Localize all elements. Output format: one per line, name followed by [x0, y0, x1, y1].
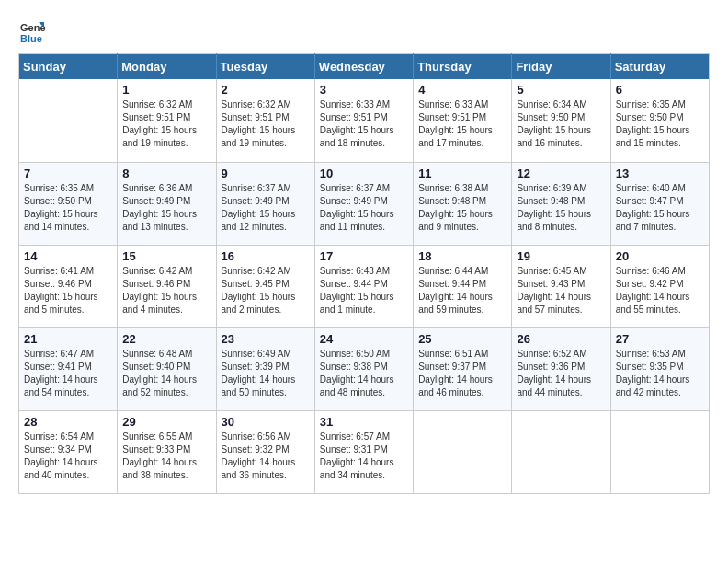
day-header-tuesday: Tuesday [216, 54, 314, 80]
day-info: Sunrise: 6:38 AM Sunset: 9:48 PM Dayligh… [418, 182, 506, 234]
day-header-monday: Monday [118, 54, 216, 80]
day-number: 14 [24, 249, 112, 263]
day-number: 31 [320, 415, 408, 429]
calendar-cell: 6Sunrise: 6:35 AM Sunset: 9:50 PM Daylig… [610, 79, 709, 162]
day-info: Sunrise: 6:44 AM Sunset: 9:44 PM Dayligh… [418, 265, 506, 316]
day-info: Sunrise: 6:34 AM Sunset: 9:50 PM Dayligh… [517, 98, 605, 150]
day-number: 24 [320, 332, 408, 346]
day-number: 4 [418, 83, 506, 97]
week-row-3: 14Sunrise: 6:41 AM Sunset: 9:46 PM Dayli… [19, 245, 710, 327]
day-info: Sunrise: 6:52 AM Sunset: 9:36 PM Dayligh… [517, 348, 605, 399]
day-number: 7 [24, 167, 112, 180]
calendar-cell: 10Sunrise: 6:37 AM Sunset: 9:49 PM Dayli… [314, 162, 413, 245]
week-row-4: 21Sunrise: 6:47 AM Sunset: 9:41 PM Dayli… [19, 327, 710, 410]
day-info: Sunrise: 6:33 AM Sunset: 9:51 PM Dayligh… [418, 98, 506, 150]
day-number: 5 [517, 83, 605, 97]
calendar-cell: 29Sunrise: 6:55 AM Sunset: 9:33 PM Dayli… [118, 410, 216, 493]
day-info: Sunrise: 6:57 AM Sunset: 9:31 PM Dayligh… [320, 431, 408, 482]
calendar-cell: 11Sunrise: 6:38 AM Sunset: 9:48 PM Dayli… [414, 162, 512, 245]
calendar-cell: 30Sunrise: 6:56 AM Sunset: 9:32 PM Dayli… [216, 410, 314, 493]
day-number: 30 [222, 415, 310, 429]
day-number: 15 [122, 249, 210, 263]
day-info: Sunrise: 6:33 AM Sunset: 9:51 PM Dayligh… [320, 98, 408, 150]
week-row-5: 28Sunrise: 6:54 AM Sunset: 9:34 PM Dayli… [19, 410, 710, 493]
calendar-cell: 17Sunrise: 6:43 AM Sunset: 9:44 PM Dayli… [314, 245, 413, 327]
day-info: Sunrise: 6:35 AM Sunset: 9:50 PM Dayligh… [616, 98, 704, 150]
calendar-cell: 21Sunrise: 6:47 AM Sunset: 9:41 PM Dayli… [19, 327, 118, 410]
day-info: Sunrise: 6:51 AM Sunset: 9:37 PM Dayligh… [418, 348, 506, 399]
day-number: 16 [222, 249, 310, 263]
calendar-cell [512, 410, 610, 493]
days-header-row: SundayMondayTuesdayWednesdayThursdayFrid… [19, 54, 710, 80]
day-info: Sunrise: 6:35 AM Sunset: 9:50 PM Dayligh… [24, 182, 112, 234]
day-info: Sunrise: 6:43 AM Sunset: 9:44 PM Dayligh… [320, 265, 408, 316]
calendar-cell: 5Sunrise: 6:34 AM Sunset: 9:50 PM Daylig… [512, 79, 610, 162]
calendar-cell: 3Sunrise: 6:33 AM Sunset: 9:51 PM Daylig… [314, 79, 413, 162]
day-number: 27 [616, 332, 704, 346]
calendar-cell [414, 410, 512, 493]
day-number: 22 [122, 332, 210, 346]
day-number: 21 [24, 332, 112, 346]
day-number: 20 [616, 249, 704, 263]
day-info: Sunrise: 6:45 AM Sunset: 9:43 PM Dayligh… [517, 265, 605, 316]
day-header-sunday: Sunday [19, 54, 118, 80]
day-number: 10 [320, 167, 408, 180]
day-number: 12 [517, 167, 605, 180]
day-number: 26 [517, 332, 605, 346]
day-info: Sunrise: 6:48 AM Sunset: 9:40 PM Dayligh… [122, 348, 210, 399]
calendar-cell: 20Sunrise: 6:46 AM Sunset: 9:42 PM Dayli… [610, 245, 709, 327]
day-number: 6 [616, 83, 704, 97]
day-info: Sunrise: 6:56 AM Sunset: 9:32 PM Dayligh… [222, 431, 310, 482]
week-row-2: 7Sunrise: 6:35 AM Sunset: 9:50 PM Daylig… [19, 162, 710, 245]
calendar-cell: 13Sunrise: 6:40 AM Sunset: 9:47 PM Dayli… [610, 162, 709, 245]
day-number: 1 [122, 83, 210, 97]
day-info: Sunrise: 6:53 AM Sunset: 9:35 PM Dayligh… [616, 348, 704, 399]
day-info: Sunrise: 6:37 AM Sunset: 9:49 PM Dayligh… [222, 182, 310, 234]
calendar-cell: 14Sunrise: 6:41 AM Sunset: 9:46 PM Dayli… [19, 245, 118, 327]
calendar-cell: 24Sunrise: 6:50 AM Sunset: 9:38 PM Dayli… [314, 327, 413, 410]
day-header-saturday: Saturday [610, 54, 709, 80]
day-number: 2 [222, 83, 310, 97]
day-info: Sunrise: 6:40 AM Sunset: 9:47 PM Dayligh… [616, 182, 704, 234]
day-info: Sunrise: 6:32 AM Sunset: 9:51 PM Dayligh… [122, 98, 210, 150]
day-number: 11 [418, 167, 506, 180]
day-info: Sunrise: 6:32 AM Sunset: 9:51 PM Dayligh… [222, 98, 310, 150]
calendar-cell: 23Sunrise: 6:49 AM Sunset: 9:39 PM Dayli… [216, 327, 314, 410]
calendar-cell: 16Sunrise: 6:42 AM Sunset: 9:45 PM Dayli… [216, 245, 314, 327]
calendar-cell: 9Sunrise: 6:37 AM Sunset: 9:49 PM Daylig… [216, 162, 314, 245]
day-number: 18 [418, 249, 506, 263]
calendar-cell: 27Sunrise: 6:53 AM Sunset: 9:35 PM Dayli… [610, 327, 709, 410]
calendar-cell: 1Sunrise: 6:32 AM Sunset: 9:51 PM Daylig… [118, 79, 216, 162]
day-info: Sunrise: 6:55 AM Sunset: 9:33 PM Dayligh… [122, 431, 210, 482]
calendar-cell [19, 79, 118, 162]
day-number: 9 [222, 167, 310, 180]
day-number: 19 [517, 249, 605, 263]
day-info: Sunrise: 6:46 AM Sunset: 9:42 PM Dayligh… [616, 265, 704, 316]
calendar-cell: 25Sunrise: 6:51 AM Sunset: 9:37 PM Dayli… [414, 327, 512, 410]
day-info: Sunrise: 6:42 AM Sunset: 9:46 PM Dayligh… [122, 265, 210, 316]
calendar-cell: 12Sunrise: 6:39 AM Sunset: 9:48 PM Dayli… [512, 162, 610, 245]
calendar-cell: 8Sunrise: 6:36 AM Sunset: 9:49 PM Daylig… [118, 162, 216, 245]
day-number: 25 [418, 332, 506, 346]
logo-icon: General Blue [18, 18, 46, 46]
day-info: Sunrise: 6:36 AM Sunset: 9:49 PM Dayligh… [122, 182, 210, 234]
day-number: 13 [616, 167, 704, 180]
day-header-friday: Friday [512, 54, 610, 80]
header: General Blue [18, 18, 710, 46]
day-info: Sunrise: 6:49 AM Sunset: 9:39 PM Dayligh… [222, 348, 310, 399]
day-number: 8 [122, 167, 210, 180]
day-info: Sunrise: 6:37 AM Sunset: 9:49 PM Dayligh… [320, 182, 408, 234]
calendar-cell: 2Sunrise: 6:32 AM Sunset: 9:51 PM Daylig… [216, 79, 314, 162]
day-info: Sunrise: 6:47 AM Sunset: 9:41 PM Dayligh… [24, 348, 112, 399]
calendar-cell: 19Sunrise: 6:45 AM Sunset: 9:43 PM Dayli… [512, 245, 610, 327]
calendar-cell: 28Sunrise: 6:54 AM Sunset: 9:34 PM Dayli… [19, 410, 118, 493]
calendar-cell: 26Sunrise: 6:52 AM Sunset: 9:36 PM Dayli… [512, 327, 610, 410]
day-header-wednesday: Wednesday [314, 54, 413, 80]
day-number: 3 [320, 83, 408, 97]
calendar-cell: 15Sunrise: 6:42 AM Sunset: 9:46 PM Dayli… [118, 245, 216, 327]
day-info: Sunrise: 6:42 AM Sunset: 9:45 PM Dayligh… [222, 265, 310, 316]
day-number: 23 [222, 332, 310, 346]
svg-text:Blue: Blue [20, 33, 42, 44]
day-info: Sunrise: 6:54 AM Sunset: 9:34 PM Dayligh… [24, 431, 112, 482]
calendar-cell: 7Sunrise: 6:35 AM Sunset: 9:50 PM Daylig… [19, 162, 118, 245]
